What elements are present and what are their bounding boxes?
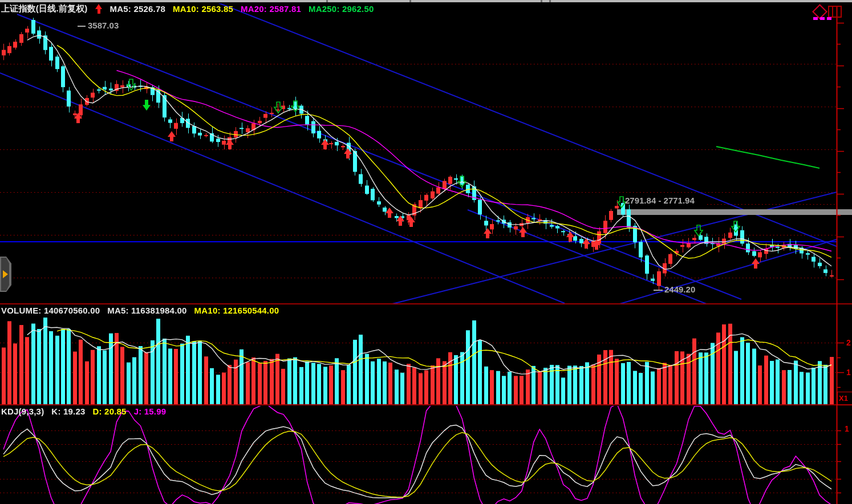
- stock-app-window: { "main_chart": { "title": "上证指数(日线.前复权)…: [0, 0, 852, 504]
- toolbar-separator: [541, 0, 542, 2]
- kdj-title-label: KDJ(9,3,3): [1, 407, 44, 416]
- volume-ma10-label: MA10: 121650544.00: [194, 306, 279, 315]
- magenta-dots-icon: [813, 17, 831, 20]
- volume-value-label: VOLUME: 140670560.00: [1, 306, 100, 315]
- toolbar-strip: [0, 0, 852, 2]
- volume-header: VOLUME: 140670560.00 MA5: 116381984.00 M…: [1, 306, 279, 315]
- volume-axis-lower-label: 1: [846, 368, 851, 377]
- kdj-j-label: J: 15.99: [134, 407, 167, 416]
- kdj-k-label: K: 19.23: [51, 407, 85, 416]
- toolbar-separator: [326, 0, 328, 2]
- chart-corner-tools: [812, 5, 844, 22]
- volume-axis-upper-label: 2: [846, 338, 851, 347]
- toolbar-separator: [549, 0, 551, 2]
- buy-signal-arrow-icon: [95, 4, 103, 14]
- main-chart-header: 上证指数(日线.前复权) MA5: 2526.78 MA10: 2563.85 …: [1, 3, 374, 14]
- ma5-label: MA5: 2526.78: [110, 4, 165, 14]
- split-window-icon[interactable]: [828, 6, 842, 18]
- low-price-label: 2449.20: [664, 284, 695, 294]
- toolbar-separator: [409, 0, 411, 2]
- volume-multiplier-badge: X1: [837, 392, 852, 405]
- instrument-title: 上证指数(日线.前复权): [1, 3, 88, 14]
- kdj-axis-label: 1: [845, 424, 849, 433]
- ma10-label: MA10: 2563.85: [173, 4, 233, 14]
- expander-arrow-icon: [3, 270, 8, 278]
- kdj-d-label: D: 20.85: [93, 407, 127, 416]
- chart-canvas[interactable]: [0, 0, 852, 504]
- volume-ma5-label: MA5: 116381984.00: [107, 306, 186, 315]
- panel-expander-handle[interactable]: [0, 257, 11, 292]
- range-price-label: 2791.84 - 2771.94: [625, 196, 695, 205]
- kdj-header: KDJ(9,3,3) K: 19.23 D: 20.85 J: 15.99: [1, 407, 166, 416]
- peak-price-label: 3587.03: [88, 21, 119, 30]
- ma20-label: MA20: 2587.81: [241, 4, 301, 14]
- ma250-label: MA250: 2962.50: [309, 4, 374, 14]
